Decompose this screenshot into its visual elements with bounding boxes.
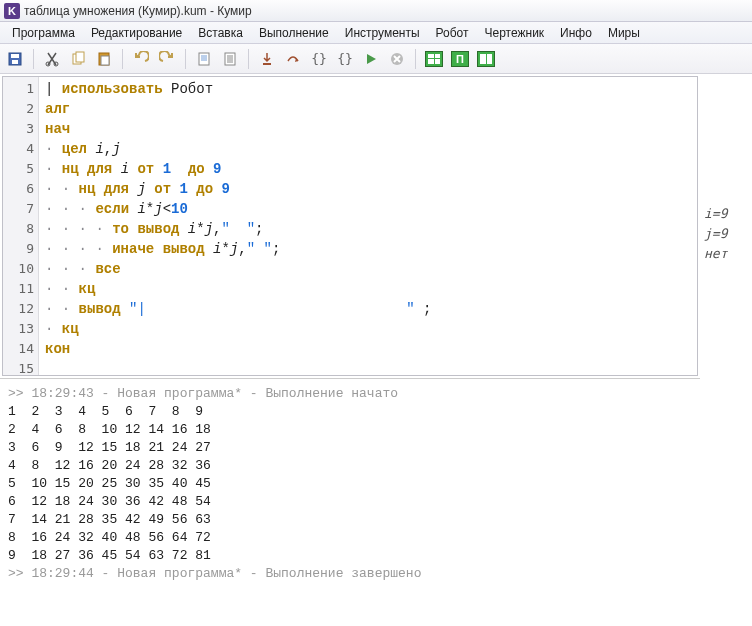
titlebar: K таблица умножения (Кумир).kum - Кумир [0,0,752,22]
code-line-5[interactable]: · нц для i от 1 до 9 [45,159,691,179]
stop-icon[interactable] [386,48,408,70]
output-line: 5 10 15 20 25 30 35 40 45 [8,475,692,493]
svg-rect-2 [12,60,18,64]
output-line: 3 6 9 12 15 18 21 24 27 [8,439,692,457]
code-line-2[interactable]: алг [45,99,691,119]
copy-icon[interactable] [67,48,89,70]
redo-icon[interactable] [156,48,178,70]
output-line: 6 12 18 24 30 36 42 48 54 [8,493,692,511]
grid-2-icon[interactable] [475,48,497,70]
watch-value: нет [704,244,748,264]
output-meta: >> 18:29:44 - Новая программа* - Выполне… [8,565,692,583]
code-line-14[interactable]: кон [45,339,691,359]
code-line-9[interactable]: · · · · иначе вывод i*j," "; [45,239,691,259]
toolbar-separator [185,49,186,69]
code-editor[interactable]: 123456789101112131415 | использовать Роб… [2,76,698,376]
svg-marker-12 [367,54,376,64]
svg-rect-1 [11,54,19,58]
toolbar: {}{}П [0,44,752,74]
output-line: 2 4 6 8 10 12 14 16 18 [8,421,692,439]
braces-run-icon[interactable]: {} [308,48,330,70]
output-line: 1 2 3 4 5 6 7 8 9 [8,403,692,421]
cut-icon[interactable] [41,48,63,70]
menu-миры[interactable]: Миры [600,24,648,42]
code-line-7[interactable]: · · · если i*j<10 [45,199,691,219]
output-line: 7 14 21 28 35 42 49 56 63 [8,511,692,529]
grid-4-icon[interactable] [423,48,445,70]
code-line-3[interactable]: нач [45,119,691,139]
output-line: 8 16 24 32 40 48 56 64 72 [8,529,692,547]
code-line-1[interactable]: | использовать Робот [45,79,691,99]
watch-panel: i=9j=9нет [700,74,752,626]
menu-инфо[interactable]: Инфо [552,24,600,42]
code-line-13[interactable]: · кц [45,319,691,339]
toolbar-separator [415,49,416,69]
page-lines-icon[interactable] [219,48,241,70]
code-line-8[interactable]: · · · · то вывод i*j," "; [45,219,691,239]
toolbar-separator [122,49,123,69]
step-into-icon[interactable] [256,48,278,70]
menu-робот[interactable]: Робот [428,24,477,42]
svg-rect-11 [263,63,271,65]
svg-rect-9 [199,53,209,65]
output-line: 4 8 12 16 20 24 28 32 36 [8,457,692,475]
code-line-11[interactable]: · · кц [45,279,691,299]
step-over-icon[interactable] [282,48,304,70]
page-icon[interactable] [193,48,215,70]
code-line-12[interactable]: · · вывод "| " ; [45,299,691,319]
save-icon[interactable] [4,48,26,70]
menubar: ПрограммаРедактированиеВставкаВыполнение… [0,22,752,44]
window-title: таблица умножения (Кумир).kum - Кумир [24,4,252,18]
menu-редактирование[interactable]: Редактирование [83,24,190,42]
svg-rect-6 [76,52,84,62]
braces-step-icon[interactable]: {} [334,48,356,70]
undo-icon[interactable] [130,48,152,70]
code-line-15[interactable] [45,359,691,376]
toolbar-separator [33,49,34,69]
output-line: 9 18 27 36 45 54 63 72 81 [8,547,692,565]
output-meta: >> 18:29:43 - Новая программа* - Выполне… [8,385,692,403]
menu-выполнение[interactable]: Выполнение [251,24,337,42]
menu-чертежник[interactable]: Чертежник [477,24,553,42]
menu-программа[interactable]: Программа [4,24,83,42]
grid-p-icon[interactable]: П [449,48,471,70]
output-panel[interactable]: >> 18:29:43 - Новая программа* - Выполне… [0,378,700,626]
line-gutter: 123456789101112131415 [3,77,39,375]
watch-value: i=9 [704,204,748,224]
code-line-4[interactable]: · цел i,j [45,139,691,159]
code-line-10[interactable]: · · · все [45,259,691,279]
watch-value: j=9 [704,224,748,244]
paste-icon[interactable] [93,48,115,70]
svg-rect-10 [225,53,235,65]
app-icon: K [4,3,20,19]
code-area[interactable]: | использовать Роботалгнач· цел i,j· нц … [39,77,697,375]
code-line-6[interactable]: · · нц для j от 1 до 9 [45,179,691,199]
menu-вставка[interactable]: Вставка [190,24,251,42]
run-icon[interactable] [360,48,382,70]
toolbar-separator [248,49,249,69]
svg-rect-8 [101,56,109,65]
menu-инструменты[interactable]: Инструменты [337,24,428,42]
